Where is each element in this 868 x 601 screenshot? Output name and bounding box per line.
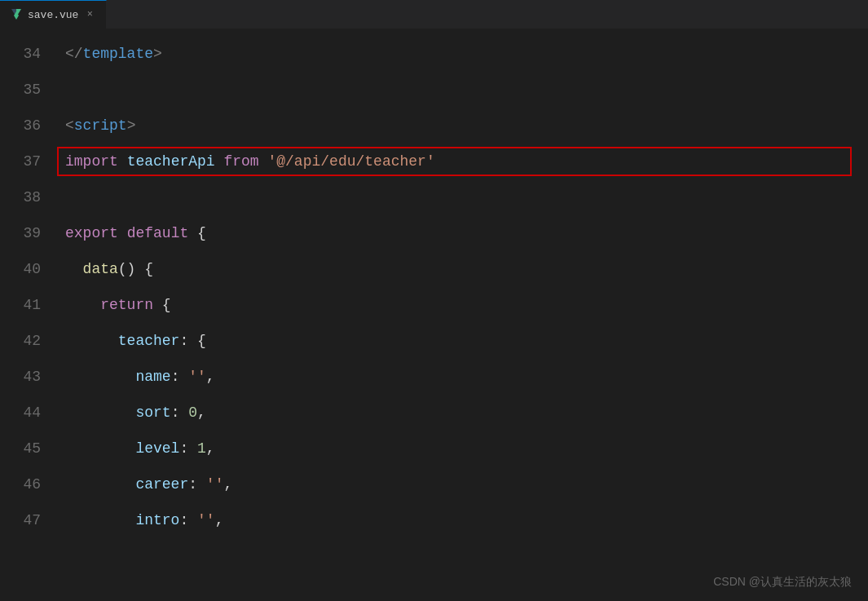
token-punct: { [162, 287, 171, 323]
token-tag-bracket: > [153, 36, 162, 72]
tab-close-button[interactable]: × [83, 8, 96, 21]
token-string: '' [188, 359, 206, 395]
token-punct: { [197, 215, 206, 251]
line-content: career: '', [57, 466, 232, 502]
token-kw-purple: export [65, 215, 127, 251]
code-line: 45 level: 1, [0, 431, 868, 466]
line-number: 40 [0, 251, 57, 287]
token-kw-purple: import [65, 144, 127, 179]
token-tag-bracket: > [127, 108, 136, 144]
line-content: </template> [57, 36, 162, 72]
code-line: 44 sort: 0, [0, 395, 868, 431]
token-prop-name: teacher [65, 323, 179, 359]
token-string: '' [197, 502, 215, 538]
watermark: CSDN @认真生活的灰太狼 [713, 575, 852, 590]
line-content: data() { [57, 251, 153, 287]
line-content: export default { [57, 215, 206, 251]
code-line: 47 intro: '', [0, 502, 868, 538]
line-number: 36 [0, 108, 57, 144]
line-content: import teacherApi from '@/api/edu/teache… [57, 144, 435, 179]
line-number: 35 [0, 72, 57, 108]
code-line: 35 [0, 72, 868, 108]
token-func-yellow: data [65, 251, 118, 287]
code-line: 42 teacher: { [0, 323, 868, 359]
line-content: level: 1, [57, 431, 215, 466]
line-number: 39 [0, 215, 57, 251]
line-number: 42 [0, 323, 57, 359]
token-prop-name: name [65, 359, 171, 395]
code-line: 43 name: '', [0, 359, 868, 395]
code-editor: 34</template>3536<script>37import teache… [0, 29, 868, 601]
vue-icon [10, 8, 23, 21]
token-kw-purple: from [223, 144, 267, 179]
code-line: 37import teacherApi from '@/api/edu/teac… [0, 144, 868, 179]
token-prop-name: intro [65, 502, 179, 538]
token-punct: , [197, 395, 206, 431]
line-content: teacher: { [57, 323, 206, 359]
token-punct: () { [118, 251, 153, 287]
token-punct: , [215, 502, 224, 538]
line-number: 45 [0, 431, 57, 466]
token-prop-name: career [65, 466, 188, 502]
line-number: 43 [0, 359, 57, 395]
token-punct: , [206, 431, 215, 466]
line-content: sort: 0, [57, 395, 206, 431]
code-line: 39export default { [0, 215, 868, 251]
code-line: 38 [0, 179, 868, 215]
token-string: '' [206, 466, 224, 502]
token-string: '@/api/edu/teacher' [267, 144, 434, 179]
token-punct: : [171, 359, 189, 395]
token-punct: : [179, 502, 197, 538]
token-tag-bracket: < [65, 108, 74, 144]
line-number: 46 [0, 466, 57, 502]
line-number: 44 [0, 395, 57, 431]
token-number-color: 0 [188, 395, 197, 431]
token-punct: : { [179, 323, 205, 359]
line-content: intro: '', [57, 502, 223, 538]
token-punct: , [223, 466, 232, 502]
token-punct: , [206, 359, 215, 395]
token-tag-color: template [83, 36, 153, 72]
token-punct: : [179, 431, 197, 466]
line-content: <script> [57, 108, 135, 144]
line-number: 47 [0, 502, 57, 538]
line-number: 41 [0, 287, 57, 323]
code-line: 40 data() { [0, 251, 868, 287]
line-number: 37 [0, 144, 57, 179]
token-prop-name: sort [65, 395, 171, 431]
token-prop-name: level [65, 431, 179, 466]
tab-filename: save.vue [28, 9, 78, 21]
code-line: 36<script> [0, 108, 868, 144]
line-content: return { [57, 287, 171, 323]
tab-bar: save.vue × [0, 0, 868, 29]
line-content: name: '', [57, 359, 215, 395]
code-line: 34</template> [0, 36, 868, 72]
file-tab[interactable]: save.vue × [0, 0, 107, 29]
line-number: 34 [0, 36, 57, 72]
line-number: 38 [0, 179, 57, 215]
code-line: 46 career: '', [0, 466, 868, 502]
token-number-color: 1 [197, 431, 206, 466]
token-punct: : [188, 466, 206, 502]
token-tag-bracket: </ [65, 36, 83, 72]
token-kw-purple: default [127, 215, 197, 251]
token-kw-purple: return [65, 287, 162, 323]
code-line: 41 return { [0, 287, 868, 323]
token-tag-color: script [74, 108, 127, 144]
token-punct: : [171, 395, 189, 431]
token-identifier: teacherApi [127, 144, 224, 179]
